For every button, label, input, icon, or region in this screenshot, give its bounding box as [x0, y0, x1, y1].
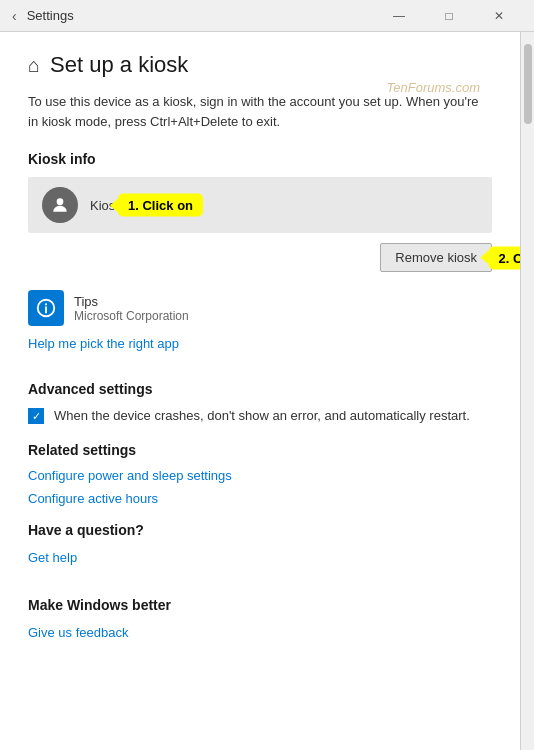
home-icon: ⌂ [28, 54, 40, 77]
make-windows-section: Make Windows better Give us feedback [28, 597, 492, 656]
back-button[interactable]: ‹ [12, 8, 17, 24]
remove-kiosk-button[interactable]: Remove kiosk [380, 243, 492, 272]
content-area: TenForums.com ⌂ Set up a kiosk To use th… [0, 32, 534, 750]
app-company: Microsoft Corporation [74, 309, 189, 323]
window-controls: — □ ✕ [376, 0, 522, 32]
crash-checkbox[interactable] [28, 408, 44, 424]
advanced-settings-heading: Advanced settings [28, 381, 492, 397]
remove-kiosk-row: Remove kiosk 2. Click on [28, 243, 492, 272]
get-help-link[interactable]: Get help [28, 550, 77, 565]
scrollbar[interactable] [520, 32, 534, 750]
svg-point-3 [45, 303, 47, 305]
app-row: Tips Microsoft Corporation [28, 290, 492, 326]
make-windows-heading: Make Windows better [28, 597, 492, 613]
title-bar: ‹ Settings — □ ✕ [0, 0, 534, 32]
advanced-settings-section: Advanced settings When the device crashe… [28, 381, 492, 426]
app-name: Tips [74, 294, 189, 309]
kiosk-info-heading: Kiosk info [28, 151, 492, 167]
power-sleep-link[interactable]: Configure power and sleep settings [28, 468, 492, 483]
page-header: ⌂ Set up a kiosk [28, 52, 492, 78]
feedback-link[interactable]: Give us feedback [28, 625, 128, 640]
have-question-heading: Have a question? [28, 522, 492, 538]
minimize-button[interactable]: — [376, 0, 422, 32]
tips-app-icon [28, 290, 64, 326]
kiosk-avatar [42, 187, 78, 223]
window-title: Settings [27, 8, 376, 23]
kiosk-info-row[interactable]: Kiosk 1. Click on [28, 177, 492, 233]
settings-window: ‹ Settings — □ ✕ TenForums.com ⌂ Set up … [0, 0, 534, 750]
maximize-button[interactable]: □ [426, 0, 472, 32]
main-content: TenForums.com ⌂ Set up a kiosk To use th… [0, 32, 520, 750]
related-settings-heading: Related settings [28, 442, 492, 458]
app-info: Tips Microsoft Corporation [74, 294, 189, 323]
close-button[interactable]: ✕ [476, 0, 522, 32]
crash-checkbox-row: When the device crashes, don't show an e… [28, 407, 492, 426]
pick-app-link[interactable]: Help me pick the right app [28, 336, 179, 351]
scrollbar-thumb[interactable] [524, 44, 532, 124]
click-on-badge-2: 2. Click on [488, 246, 520, 269]
page-description: To use this device as a kiosk, sign in w… [28, 92, 492, 131]
click-on-badge-1: 1. Click on [118, 194, 203, 217]
active-hours-link[interactable]: Configure active hours [28, 491, 492, 506]
crash-checkbox-label: When the device crashes, don't show an e… [54, 407, 470, 426]
svg-point-0 [57, 198, 64, 205]
page-title: Set up a kiosk [50, 52, 188, 78]
related-settings-section: Related settings Configure power and sle… [28, 442, 492, 506]
have-question-section: Have a question? Get help [28, 522, 492, 581]
